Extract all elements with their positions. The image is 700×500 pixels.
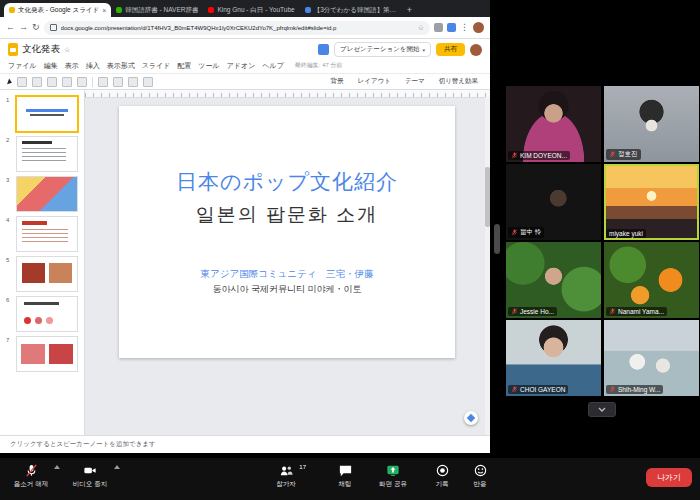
menu-slide[interactable]: スライド [142,61,171,71]
star-document-icon[interactable]: ☆ [64,46,70,54]
menu-file[interactable]: ファイル [8,61,37,71]
record-button[interactable]: 기록 [424,463,460,489]
browser-tab-youtube[interactable]: King Gnu - 白日 - YouTube [203,3,299,17]
browser-tab-korean-lesson[interactable]: 【3分でわかる韓国語】第1… [300,3,403,17]
slide-thumbnail-6[interactable]: 6 [0,294,84,334]
video-options-caret[interactable] [114,465,120,469]
toolbar-divider [92,77,93,87]
layout-button[interactable]: レイアウト [354,76,395,87]
insert-image-icon[interactable] [113,77,123,87]
transition-button[interactable]: 切り替え効果 [435,76,482,87]
scrollbar-thumb[interactable] [485,167,490,227]
panel-resize-handle[interactable] [494,224,500,254]
zoom-tool-icon[interactable] [77,77,87,87]
slide-title-korean[interactable]: 일본의 팝문화 소개 [119,202,455,228]
new-tab-button[interactable]: + [407,3,412,17]
theme-button[interactable]: テーマ [401,76,429,87]
slide-title-japanese[interactable]: 日本のポップ文化紹介 [119,168,455,196]
scroll-down-button[interactable] [588,402,616,417]
undo-icon[interactable] [17,77,27,87]
tab-close-icon[interactable]: × [102,7,106,14]
speaker-notes-bar[interactable]: クリックするとスピーカーノートを追加できます [0,435,490,453]
stop-video-button[interactable]: 비디오 중지 [62,463,118,489]
participant-video-hatakenaka-rei[interactable]: 畠中 怜 [506,164,601,240]
slide-thumbnail-2[interactable]: 2 [0,134,84,174]
extension-icon[interactable] [434,23,443,32]
horizontal-ruler [85,90,490,98]
slide-thumbnail-1[interactable]: 1 [0,94,84,134]
share-screen-icon [385,463,401,478]
participant-video-miyake-yuki[interactable]: miyake yuki [604,164,699,240]
background-button[interactable]: 背景 [327,76,348,87]
slide-subtitle-korean[interactable]: 동아시아 국제커뮤니티 미야케・이토 [119,283,455,296]
browser-menu-icon[interactable]: ⋮ [460,23,469,32]
slide-thumbnail-4[interactable]: 4 [0,214,84,254]
menu-format[interactable]: 表示形式 [107,61,135,71]
forward-button[interactable]: → [19,23,28,32]
participant-video-shih-ming[interactable]: Shih-Ming W... [604,320,699,396]
menu-arrange[interactable]: 配置 [177,61,191,71]
participant-video-nanami-yama[interactable]: Nanami Yama... [604,242,699,318]
mic-muted-icon [24,463,39,478]
menu-tools[interactable]: ツール [198,61,219,71]
participant-name: Nanami Yama... [618,308,664,315]
back-button[interactable]: ← [6,23,15,32]
menu-insert[interactable]: 挿入 [86,61,100,71]
profile-avatar[interactable] [473,22,484,33]
participants-button[interactable]: 17 참가자 [258,463,314,489]
text-box-icon[interactable] [98,77,108,87]
participant-name: Jessie Ho... [520,308,554,315]
participant-name: CHOI GAYEON [520,386,565,393]
select-tool-icon[interactable] [7,78,13,85]
participant-video-jeong-hojin[interactable]: 정호진 [604,86,699,162]
bookmark-star-icon[interactable]: ☆ [418,24,424,32]
menu-addons[interactable]: アドオン [227,61,256,71]
extension-icon-blue[interactable] [447,23,456,32]
slide-thumbnail-5[interactable]: 5 [0,254,84,294]
chat-button[interactable]: 채팅 [326,463,364,489]
reactions-button[interactable]: 반응 [462,463,498,489]
share-screen-button[interactable]: 화면 공유 [366,463,420,489]
zoom-meeting-window: 文化発表 - Google スライド × 韓国語辞書 - NAVER辞書 Kin… [0,0,700,500]
reload-button[interactable]: ↻ [32,23,40,32]
print-icon[interactable] [47,77,57,87]
menu-help[interactable]: ヘルプ [262,61,284,71]
share-screen-label: 화면 공유 [379,480,407,489]
slides-favicon [9,7,15,13]
share-button[interactable]: 共有 [436,43,465,56]
url-text: docs.google.com/presentation/d/1T4fHV3_B… [61,25,414,31]
redo-icon[interactable] [32,77,42,87]
slide-subtitle-japanese[interactable]: 東アジア国際コミュニティ 三宅・伊藤 [119,268,455,281]
canvas-scrollbar[interactable] [485,97,490,435]
participants-panel: KIM DOYEON... 정호진 畠中 怜 miyake yuki Jessi… [506,86,699,396]
browser-tab-dictionary[interactable]: 韓国語辞書 - NAVER辞書 [111,3,203,17]
account-avatar[interactable] [470,44,482,56]
browser-tab-slides[interactable]: 文化発表 - Google スライド × [4,3,111,17]
leave-button[interactable]: 나가기 [646,468,692,487]
current-slide[interactable]: 日本のポップ文化紹介 일본의 팝문화 소개 東アジア国際コミュニティ 三宅・伊藤… [119,106,455,358]
participant-video-jessie-ho[interactable]: Jessie Ho... [506,242,601,318]
address-bar[interactable]: docs.google.com/presentation/d/1T4fHV3_B… [44,21,430,35]
last-edit-label[interactable]: 最終編集: 47 分前 [295,61,343,70]
tab-title: 【3分でわかる韓国語】第1… [314,6,398,15]
participant-name: 정호진 [618,150,638,159]
slide-number: 2 [6,136,13,143]
explore-button[interactable] [464,411,478,425]
unmute-button[interactable]: 음소거 해제 [4,463,58,489]
participant-video-kim-doyeon[interactable]: KIM DOYEON... [506,86,601,162]
participant-name-tag: Nanami Yama... [606,307,667,316]
paint-format-icon[interactable] [62,77,72,87]
document-title[interactable]: 文化発表 [22,43,60,56]
slide-thumbnail-7[interactable]: 7 [0,334,84,374]
menu-edit[interactable]: 編集 [44,61,58,71]
present-button[interactable]: プレゼンテーションを開始 ▾ [334,42,431,57]
mic-options-caret[interactable] [54,465,60,469]
slide-number: 1 [6,96,13,103]
insert-line-icon[interactable] [143,77,153,87]
slide-thumb-preview [16,256,78,292]
participant-video-choi-gayeon[interactable]: CHOI GAYEON [506,320,601,396]
meet-present-icon[interactable] [318,44,329,55]
slide-thumbnail-3[interactable]: 3 [0,174,84,214]
insert-shape-icon[interactable] [128,77,138,87]
menu-view[interactable]: 表示 [65,61,79,71]
